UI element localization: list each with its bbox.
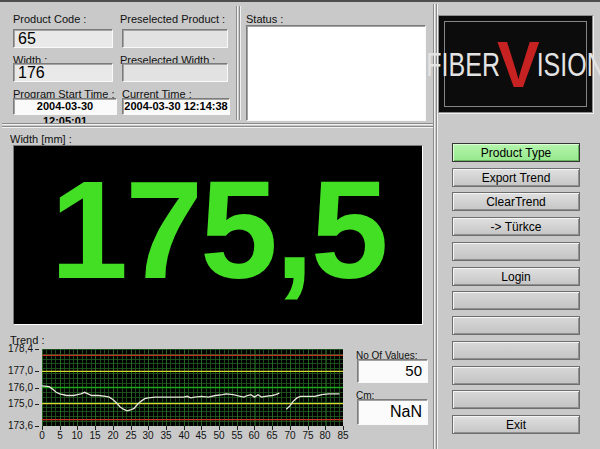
fibervision-window: Product Code : 65 Preselected Product : … [0, 0, 600, 449]
x-tick-label: 20 [103, 430, 123, 441]
blank-button-6[interactable] [452, 390, 580, 409]
width-display: 175,5 [13, 145, 423, 325]
preselected-width-field[interactable] [122, 63, 228, 82]
width-display-label: Width [mm] : [10, 133, 72, 145]
login-button[interactable]: Login [452, 267, 580, 286]
blank-button-2[interactable] [452, 291, 580, 310]
x-tick-label: 10 [67, 430, 87, 441]
y-tick-mark [35, 388, 39, 389]
blank-button-5[interactable] [452, 366, 580, 385]
status-box [246, 25, 426, 121]
blank-button-4[interactable] [452, 341, 580, 360]
product-type-button[interactable]: Product Type [452, 143, 580, 162]
x-tick-label: 60 [244, 430, 264, 441]
y-tick-label: 176,0 [8, 382, 33, 393]
fibervision-logo: FIBER V ISION [438, 15, 593, 113]
x-tick-label: 70 [280, 430, 300, 441]
blank-button-1[interactable] [452, 242, 580, 261]
x-tick-label: 50 [209, 430, 229, 441]
product-code-label: Product Code : [13, 13, 86, 25]
y-tick-mark [35, 404, 39, 405]
separator-top-main [2, 123, 433, 128]
preselected-product-field[interactable] [122, 29, 228, 48]
cm-value: NaN [357, 399, 428, 425]
trend-series-width-trend [42, 386, 279, 411]
no-of-values-field[interactable]: 50 [357, 359, 428, 383]
y-tick-label: 173,6 [8, 420, 33, 431]
x-tick-label: 80 [315, 430, 335, 441]
width-field[interactable]: 176 [13, 63, 113, 82]
blank-button-3[interactable] [452, 316, 580, 335]
y-tick-label: 175,0 [8, 398, 33, 409]
logo-word-fiber: FIBER [426, 47, 500, 81]
turkce-button[interactable]: -> Türkce [452, 217, 580, 236]
current-time-value: 2004-03-30 12:14:38 [122, 98, 230, 115]
trend-y-axis: 178,4177,0176,0175,0173,6 [0, 349, 40, 427]
logo-letter-v: V [497, 37, 540, 95]
x-tick-label: 15 [85, 430, 105, 441]
y-tick-mark [35, 371, 39, 372]
width-display-value: 175,5 [50, 160, 385, 300]
y-tick-label: 178,4 [8, 343, 33, 354]
export-trend-button[interactable]: Export Trend [452, 168, 580, 187]
exit-button[interactable]: Exit [452, 415, 580, 434]
x-tick-label: 0 [32, 430, 52, 441]
y-tick-mark [35, 349, 39, 350]
trend-plot [42, 349, 343, 426]
x-tick-label: 35 [156, 430, 176, 441]
trend-x-axis: 0510152025303540455055606570758085 [42, 426, 348, 444]
x-tick-label: 85 [333, 430, 353, 441]
clear-trend-button[interactable]: ClearTrend [452, 192, 580, 211]
x-tick-label: 65 [262, 430, 282, 441]
product-code-field[interactable]: 65 [13, 29, 113, 48]
y-tick-label: 177,0 [8, 365, 33, 376]
logo-word-ision: ISION [537, 47, 600, 81]
x-tick-label: 30 [138, 430, 158, 441]
x-tick-label: 45 [191, 430, 211, 441]
preselected-product-label: Preselected Product : [120, 13, 225, 25]
logo-text: FIBER V ISION [426, 35, 600, 93]
y-tick-mark [35, 426, 39, 427]
status-label: Status : [246, 13, 283, 25]
program-start-time-value: 2004-03-30 12:05:01 [13, 98, 117, 115]
trend-series-width-trend [286, 394, 339, 409]
separator-form-status [236, 6, 241, 120]
